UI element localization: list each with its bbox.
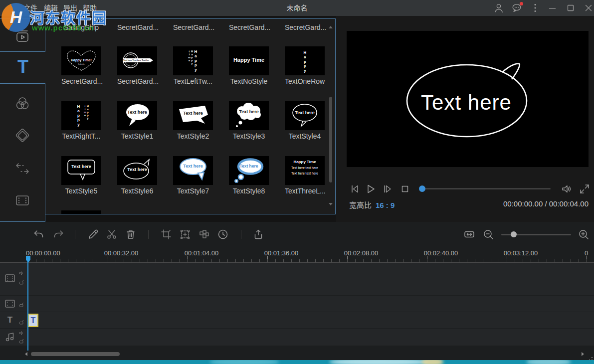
- template-thumbnail-partial[interactable]: [61, 210, 101, 214]
- template-label[interactable]: SailingShip: [61, 23, 101, 31]
- template-thumbnail: Happy Happy time: [61, 101, 101, 130]
- template-thumbnail: Text here: [117, 101, 157, 130]
- template-item[interactable]: Text here TextStyle5: [61, 156, 101, 195]
- aspect-ratio-value[interactable]: 16 : 9: [376, 201, 395, 209]
- previous-frame-icon[interactable]: [349, 183, 361, 195]
- template-label: TextThreeL...: [285, 187, 325, 195]
- template-item[interactable]: Happy Time! Subtitle SecretGard...: [61, 46, 101, 85]
- export-icon[interactable]: [252, 228, 264, 240]
- template-thumbnail: Text here: [285, 101, 325, 130]
- preview-progress-handle[interactable]: [419, 185, 425, 192]
- lock-icon[interactable]: [18, 319, 24, 325]
- template-item[interactable]: Happy time Happy TextLeftTw...: [173, 46, 213, 85]
- timeline-ruler[interactable]: 00:00:00.00 00:00:32.00 00:01:04.00 00:0…: [0, 247, 594, 263]
- template-item[interactable]: Happy Time Text here text here Text here…: [285, 156, 325, 195]
- template-item[interactable]: Text here TextStyle1: [117, 101, 157, 140]
- zoom-in-icon[interactable]: [578, 228, 590, 240]
- template-item[interactable]: Text here TextStyle6: [117, 156, 157, 195]
- redo-icon[interactable]: [52, 228, 64, 240]
- sidebar-tab-text[interactable]: T: [0, 52, 46, 83]
- picture-track[interactable]: [0, 296, 594, 312]
- more-icon[interactable]: [530, 2, 541, 13]
- template-item[interactable]: Happy TextOneRow: [285, 46, 325, 85]
- template-item[interactable]: Happy Time TextNoStyle: [229, 46, 269, 85]
- titlebar: 文件 编辑 导出 帮助 未命名: [0, 0, 594, 16]
- template-label[interactable]: SecretGard...: [285, 23, 325, 31]
- preview-canvas[interactable]: Text here: [347, 31, 589, 167]
- fit-timeline-icon[interactable]: [463, 228, 475, 240]
- duration-icon[interactable]: [217, 228, 229, 240]
- text-track[interactable]: T T: [0, 312, 594, 328]
- music-note-icon: [4, 331, 16, 343]
- template-label: TextLeftTw...: [173, 77, 213, 85]
- template-label: TextNoStyle: [229, 77, 269, 85]
- scroll-up-icon[interactable]: [329, 26, 333, 28]
- media-icon[interactable]: [13, 27, 31, 45]
- template-label: TextStyle5: [61, 187, 101, 195]
- template-label[interactable]: SecretGard...: [229, 23, 269, 31]
- mosaic-icon[interactable]: [198, 228, 210, 240]
- video-track[interactable]: [0, 263, 594, 295]
- template-thumbnail: Text here: [229, 156, 269, 185]
- filters-icon[interactable]: [13, 95, 31, 113]
- template-item[interactable]: Text here TextStyle4: [285, 101, 325, 140]
- next-frame-icon[interactable]: [381, 183, 393, 195]
- speaker-icon[interactable]: [18, 270, 24, 276]
- template-item[interactable]: Text here TextStyle7: [173, 156, 213, 195]
- template-label[interactable]: SecretGard...: [173, 23, 213, 31]
- overlays-icon[interactable]: [13, 127, 31, 145]
- cut-icon[interactable]: [106, 228, 118, 240]
- timeline-zoom-handle[interactable]: [511, 231, 517, 237]
- delete-icon[interactable]: [125, 228, 137, 240]
- minimize-icon[interactable]: [547, 2, 558, 13]
- stop-icon[interactable]: [399, 183, 411, 195]
- freeze-frame-icon[interactable]: [179, 228, 191, 240]
- aspect-ratio-label: 宽高比: [349, 201, 372, 209]
- transitions-icon[interactable]: [13, 160, 31, 178]
- fullscreen-icon[interactable]: [579, 183, 591, 195]
- lock-icon[interactable]: [18, 338, 24, 344]
- maximize-icon[interactable]: [565, 2, 576, 13]
- template-label[interactable]: SecretGard...: [117, 23, 157, 31]
- template-label: TextStyle4: [285, 132, 325, 140]
- messages-icon[interactable]: [511, 2, 522, 13]
- edit-icon[interactable]: [87, 228, 99, 240]
- text-track-icon: T: [4, 314, 16, 326]
- template-thumbnail: Happy: [285, 46, 325, 75]
- scrollbar-thumb[interactable]: [329, 97, 332, 182]
- preview-text[interactable]: Text here: [347, 91, 586, 115]
- play-icon[interactable]: [365, 183, 377, 195]
- audio-track[interactable]: [0, 329, 594, 346]
- user-icon[interactable]: [493, 2, 504, 13]
- sidebar-section-media: [0, 18, 45, 52]
- scroll-down-icon[interactable]: [329, 203, 333, 205]
- aspect-ratio[interactable]: 宽高比16 : 9: [349, 199, 395, 210]
- preview-progress-track[interactable]: [422, 188, 551, 189]
- zoom-out-icon[interactable]: [482, 228, 494, 240]
- template-item[interactable]: Happy Happy time TextRightT...: [61, 101, 101, 140]
- timeline-panel: 00:00:00.00 00:00:32.00 00:01:04.00 00:0…: [0, 222, 594, 360]
- scroll-right-icon[interactable]: [582, 352, 584, 356]
- template-thumbnail: Text here: [173, 101, 213, 130]
- window-title: 未命名: [0, 0, 594, 16]
- template-item[interactable]: Text here TextStyle3: [229, 101, 269, 140]
- template-label: TextStyle2: [173, 132, 213, 140]
- undo-icon[interactable]: [33, 228, 45, 240]
- crop-icon[interactable]: [160, 228, 172, 240]
- playhead-line[interactable]: [27, 262, 28, 351]
- lock-icon[interactable]: [18, 279, 24, 285]
- panel-scrollbar[interactable]: [329, 26, 332, 205]
- speaker-icon[interactable]: [18, 330, 24, 336]
- template-item[interactable]: Text here TextStyle2: [173, 101, 213, 140]
- timeline-scrollbar-thumb[interactable]: [31, 352, 120, 356]
- text-clip[interactable]: T: [28, 314, 38, 327]
- close-icon[interactable]: [583, 2, 594, 13]
- elements-icon[interactable]: [13, 191, 31, 209]
- filmstrip-icon: [4, 272, 16, 284]
- template-item[interactable]: Text here TextStyle8: [229, 156, 269, 195]
- lock-icon[interactable]: [18, 302, 24, 308]
- template-item[interactable]: Text here Text here Text here SecretGard…: [117, 46, 157, 85]
- template-label: TextStyle3: [229, 132, 269, 140]
- volume-icon[interactable]: [561, 183, 573, 195]
- scroll-left-icon[interactable]: [25, 352, 27, 356]
